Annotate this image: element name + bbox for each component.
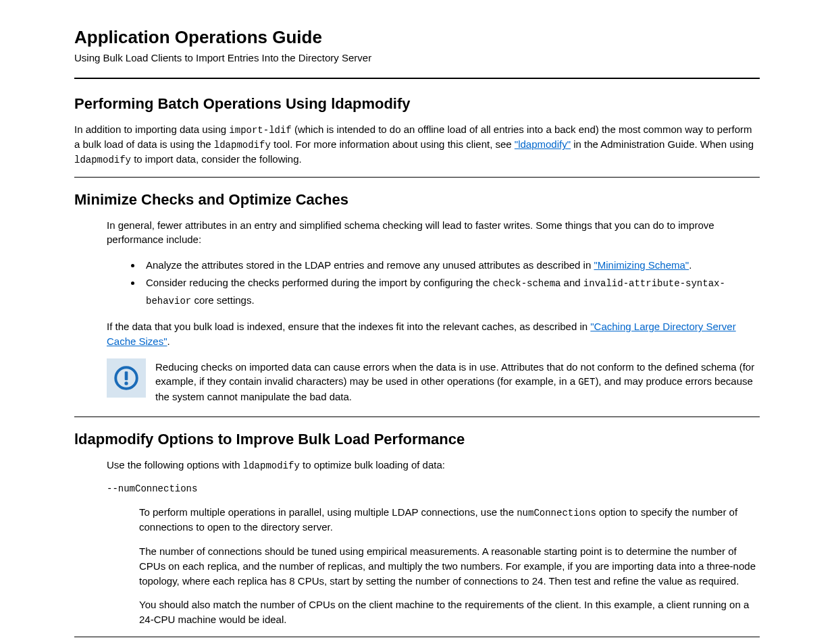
section-rule xyxy=(74,637,760,637)
code-ldapmodify: ldapmodify xyxy=(214,140,271,151)
code-ldapmodify: ldapmodify xyxy=(243,460,300,471)
doc-title: Application Operations Guide xyxy=(74,27,760,48)
list-item: Consider reducing the checks performed d… xyxy=(142,274,760,311)
section-rule xyxy=(74,177,760,178)
list-item: Analyze the attributes stored in the LDA… xyxy=(142,257,760,274)
svg-rect-1 xyxy=(125,371,128,380)
section-heading-ldapmodify-batch: Performing Batch Operations Using ldapmo… xyxy=(74,95,760,113)
code-import-ldif: import-ldif xyxy=(229,125,291,136)
doc-subtitle: Using Bulk Load Clients to Import Entrie… xyxy=(74,51,760,65)
paragraph: Use the following options with ldapmodif… xyxy=(107,458,760,473)
option-numconnections: --numConnections xyxy=(107,482,760,495)
paragraph: In addition to importing data using impo… xyxy=(74,122,760,167)
link-minimizing-schema[interactable]: "Minimizing Schema" xyxy=(594,259,689,271)
link-ldapmodify-admin-guide[interactable]: "ldapmodify" xyxy=(515,138,571,150)
important-icon xyxy=(107,358,146,398)
paragraph: In general, fewer attributes in an entry… xyxy=(107,218,760,248)
paragraph: If the data that you bulk load is indexe… xyxy=(107,319,760,349)
svg-point-2 xyxy=(124,381,128,385)
section-rule xyxy=(74,417,760,417)
paragraph: You should also match the number of CPUs… xyxy=(139,597,760,627)
section-heading-minimize-checks: Minimize Checks and Optimize Caches xyxy=(74,191,760,209)
title-rule xyxy=(74,78,760,79)
code-ldapmodify: ldapmodify xyxy=(74,155,131,165)
paragraph: To perform multiple operations in parall… xyxy=(139,505,760,535)
paragraph: The number of connections should be tune… xyxy=(139,544,760,588)
code-get: GET xyxy=(578,377,595,387)
note-block: Reducing checks on imported data can cau… xyxy=(107,358,760,404)
code-numconnections: numConnections xyxy=(517,508,596,518)
note-text: Reducing checks on imported data can cau… xyxy=(155,358,760,404)
section-heading-ldapmodify-options: ldapmodify Options to Improve Bulk Load … xyxy=(74,431,760,448)
code-check-schema: check-schema xyxy=(493,278,561,289)
